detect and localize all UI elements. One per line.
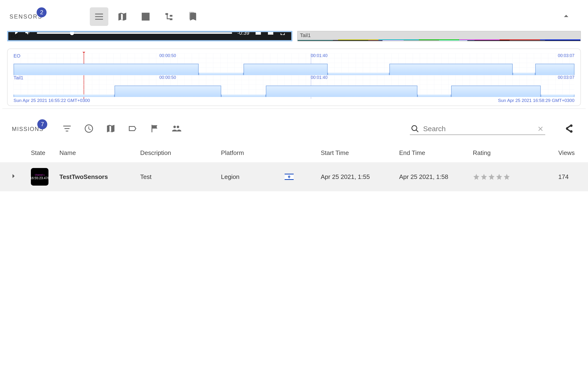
fullscreen-icon — [279, 31, 286, 36]
view-tree-button[interactable] — [160, 7, 178, 26]
video-panel-eo[interactable]: EO Sunday, April 25, 2021 Impleo IMPLEOT… — [7, 31, 292, 41]
col-rating[interactable]: Rating — [473, 149, 558, 157]
sensors-toolbar: SENSORS 2 — [0, 0, 588, 31]
map-filter-button[interactable] — [106, 124, 116, 134]
pip-icon — [267, 31, 274, 36]
bookmarks-icon — [187, 11, 197, 22]
timeline-row-eo[interactable]: EO 00:00:50 00:01:40 00:03:07 — [14, 53, 574, 75]
thumb-timecode: 16:55:23.478 — [30, 176, 49, 180]
fullscreen-button[interactable] — [279, 31, 286, 37]
filter-icon — [62, 124, 72, 133]
row-description: Test — [140, 173, 221, 181]
tree-icon — [164, 11, 174, 22]
search-icon — [411, 125, 419, 133]
clear-search-icon[interactable] — [537, 125, 544, 132]
people-icon — [171, 124, 181, 133]
flag-filter-button[interactable] — [150, 124, 159, 134]
star-icon — [503, 173, 510, 180]
col-name[interactable]: Name — [59, 149, 140, 157]
map-icon — [106, 124, 116, 133]
col-start[interactable]: Start Time — [321, 149, 399, 157]
share-button[interactable] — [564, 124, 574, 134]
seek-thumb[interactable] — [70, 31, 74, 35]
row-rating[interactable] — [473, 173, 558, 180]
filter-button[interactable] — [62, 124, 72, 134]
timeline-mark: 00:03:07 — [558, 53, 574, 58]
search-input[interactable] — [423, 125, 533, 133]
time-filter-button[interactable] — [84, 124, 94, 134]
timeline-card: EO 00:00:50 00:01:40 00:03:07 Tail1 00:0… — [7, 48, 581, 106]
row-name: TestTwoSensors — [59, 173, 140, 181]
clock-icon — [84, 124, 94, 133]
view-bookmarks-button[interactable] — [183, 7, 201, 26]
timeline-label-tail1: Tail1 — [14, 75, 23, 81]
col-description[interactable]: Description — [140, 149, 221, 157]
timeline-mark: 00:01:40 — [311, 75, 327, 80]
row-platform-name: Legion — [221, 173, 240, 181]
pip-button[interactable] — [267, 31, 274, 37]
table-row[interactable]: Channel 1 16:55:23.478 TestTwoSensors Te… — [0, 162, 588, 191]
timeline-end-label: Sun Apr 25 2021 16:58:29 GMT+0300 — [498, 98, 574, 103]
chevron-up-icon — [561, 11, 571, 21]
list-icon — [94, 11, 104, 22]
map-alt-icon — [140, 11, 151, 22]
share-icon — [564, 124, 574, 133]
timeline-mark: 00:03:07 — [558, 75, 574, 80]
expand-row-button[interactable] — [9, 172, 31, 182]
row-platform: Legion — [221, 173, 321, 181]
missions-filter-icons — [62, 124, 181, 134]
row-end: Apr 25 2021, 1:58 — [399, 173, 473, 181]
chevron-right-icon — [9, 172, 18, 180]
missions-title-wrap: MISSIONS 7 — [12, 126, 43, 132]
play-button[interactable] — [13, 31, 19, 37]
star-icon — [488, 173, 495, 180]
cc-button[interactable] — [255, 31, 262, 37]
view-map-button[interactable] — [113, 7, 132, 26]
seek-bar[interactable] — [37, 32, 232, 34]
color-bars — [298, 39, 581, 41]
row-thumb: Channel 1 16:55:23.478 — [31, 168, 59, 186]
timeline-mark: 00:00:50 — [159, 53, 176, 58]
timeline-footer: Sun Apr 25 2021 16:55:22 GMT+0300 Sun Ap… — [14, 97, 574, 103]
flag-icon — [150, 124, 159, 133]
cc-icon — [255, 31, 262, 36]
video-controls: -0:39 — [8, 31, 291, 40]
missions-toolbar: MISSIONS 7 — [0, 114, 588, 137]
col-platform[interactable]: Platform — [221, 149, 321, 157]
row-views: 174 — [558, 173, 588, 181]
star-icon — [473, 173, 480, 180]
flag-icon-il — [285, 174, 294, 180]
volume-button[interactable] — [25, 31, 31, 37]
timeline-label-eo: EO — [14, 53, 20, 59]
missions-table-header: State Name Description Platform Start Ti… — [0, 137, 588, 162]
timeline-mark: 00:00:50 — [159, 75, 176, 80]
people-filter-button[interactable] — [171, 124, 181, 134]
map-icon — [117, 11, 127, 22]
play-icon — [13, 31, 19, 36]
sensors-view-switch — [90, 7, 201, 26]
video-panel-tail1[interactable]: Tail1 — [297, 31, 581, 41]
tag-filter-button[interactable] — [127, 124, 138, 134]
panel-tail1-body[interactable] — [298, 39, 581, 41]
col-state[interactable]: State — [31, 149, 59, 157]
video-panels-row: EO Sunday, April 25, 2021 Impleo IMPLEOT… — [0, 31, 588, 41]
star-icon — [495, 173, 503, 180]
search-bar[interactable] — [410, 123, 545, 135]
volume-icon — [25, 31, 31, 36]
star-icon — [480, 173, 488, 180]
timeline-mark: 00:01:40 — [311, 53, 327, 58]
col-end[interactable]: End Time — [399, 149, 473, 157]
col-views[interactable]: Views — [558, 149, 588, 157]
timeline-start-label: Sun Apr 25 2021 16:55:22 GMT+0300 — [14, 98, 90, 103]
time-remaining: -0:39 — [237, 31, 249, 36]
view-map-alt-button[interactable] — [136, 7, 155, 26]
collapse-sensors-chevron[interactable] — [561, 11, 571, 22]
panel-tail1-title: Tail1 — [298, 31, 581, 39]
missions-count-badge: 7 — [37, 119, 47, 129]
view-list-button[interactable] — [90, 7, 108, 26]
sensors-count-badge: 2 — [37, 7, 47, 17]
row-start: Apr 25 2021, 1:55 — [321, 173, 399, 181]
sensors-title-wrap: SENSORS 2 — [9, 13, 42, 20]
tag-icon — [127, 124, 138, 133]
timeline-row-tail1[interactable]: Tail1 00:00:50 00:01:40 00:03:07 — [14, 75, 574, 97]
